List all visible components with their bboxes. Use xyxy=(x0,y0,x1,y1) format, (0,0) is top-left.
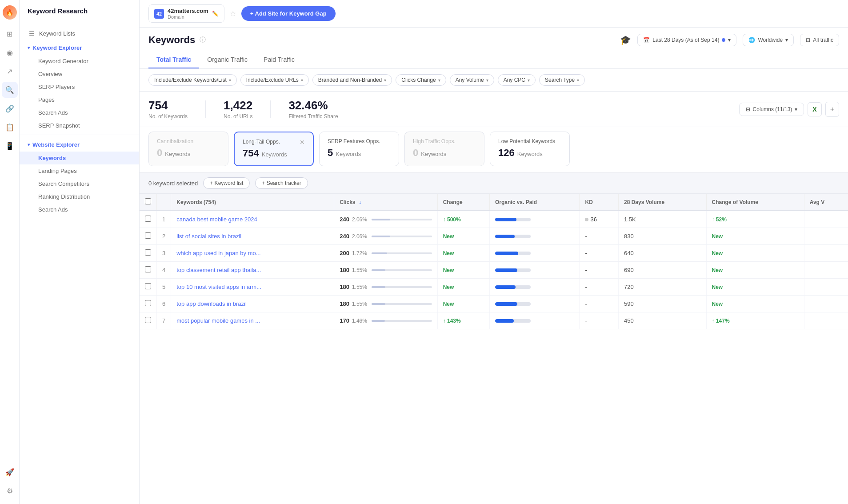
keyword-link[interactable]: which app used in japan by mo... xyxy=(176,250,260,256)
opp-card-title: Low Potential Keywords xyxy=(498,138,561,144)
filter-any-cpc[interactable]: Any CPC ▾ xyxy=(498,74,536,86)
row-checkbox[interactable] xyxy=(145,266,151,272)
excel-export-button[interactable]: X xyxy=(808,102,821,116)
pct-text: 1.55% xyxy=(352,284,369,290)
filter-clicks-change[interactable]: Clicks Change ▾ xyxy=(396,74,446,86)
favorite-icon[interactable]: ☆ xyxy=(230,9,236,18)
td-checkbox[interactable] xyxy=(140,211,157,228)
nav-icon-grid[interactable]: ⊞ xyxy=(2,26,18,42)
td-checkbox[interactable] xyxy=(140,262,157,279)
domain-badge[interactable]: 42 42matters.com Domain ✏️ xyxy=(148,4,224,23)
sidebar-group-label: Keyword Explorer xyxy=(32,44,82,51)
opp-card-high-traffic[interactable]: High Traffic Opps. 0 Keywords xyxy=(404,132,484,166)
row-checkbox[interactable] xyxy=(145,249,151,256)
sidebar-item-landing-pages[interactable]: Landing Pages xyxy=(20,164,139,177)
tab-total-traffic[interactable]: Total Traffic xyxy=(148,52,199,68)
td-organic-paid xyxy=(490,279,580,296)
filter-search-type[interactable]: Search Type ▾ xyxy=(539,74,585,86)
sidebar-item-search-ads[interactable]: Search Ads xyxy=(20,106,139,119)
th-clicks[interactable]: Clicks ↓ xyxy=(334,194,437,211)
pct-bar-fill xyxy=(372,252,387,254)
tab-organic-traffic[interactable]: Organic Traffic xyxy=(199,52,256,68)
stat-urls-value: 1,422 xyxy=(224,99,252,112)
opp-card-cannibalization[interactable]: Cannibalization 0 Keywords xyxy=(148,132,228,166)
sidebar-item-pages[interactable]: Pages xyxy=(20,93,139,106)
sidebar-item-search-competitors[interactable]: Search Competitors xyxy=(20,177,139,190)
opp-card-low-potential[interactable]: Low Potential Keywords 126 Keywords xyxy=(490,132,570,166)
columns-label: Columns (11/13) xyxy=(753,106,792,112)
td-checkbox[interactable] xyxy=(140,296,157,312)
add-column-button[interactable]: + xyxy=(825,102,839,117)
row-checkbox[interactable] xyxy=(145,283,151,289)
sidebar-item-keywords[interactable]: Keywords xyxy=(20,152,139,164)
globe-icon: 🌐 xyxy=(748,37,755,43)
close-icon[interactable]: ✕ xyxy=(300,139,305,146)
th-keywords[interactable]: Keywords (754) xyxy=(171,194,334,211)
th-select-all[interactable] xyxy=(140,194,157,211)
td-checkbox[interactable] xyxy=(140,312,157,329)
nav-icon-settings[interactable]: ⚙ xyxy=(2,483,18,499)
clicks-value: 240 xyxy=(340,233,349,240)
select-all-checkbox[interactable] xyxy=(145,198,151,204)
nav-icon-keyword[interactable]: 🔍 xyxy=(2,82,18,98)
nav-icon-link[interactable]: 🔗 xyxy=(2,100,18,116)
th-kd[interactable]: KD xyxy=(580,194,619,211)
keyword-link[interactable]: top 10 most visited apps in arm... xyxy=(176,284,261,290)
row-checkbox[interactable] xyxy=(145,300,151,306)
add-site-button[interactable]: + Add Site for Keyword Gap xyxy=(241,6,336,21)
keyword-link[interactable]: most popular mobile games in ... xyxy=(176,317,260,324)
keyword-link[interactable]: top app downloads in brazil xyxy=(176,300,247,307)
th-28-days-volume[interactable]: 28 Days Volume xyxy=(619,194,707,211)
sidebar-item-serp-players[interactable]: SERP Players xyxy=(20,80,139,93)
th-avg-v[interactable]: Avg V xyxy=(804,194,848,211)
keyword-lists-icon: ☰ xyxy=(28,29,36,37)
opp-card-long-tail[interactable]: Long-Tail Opps. ✕ 754 Keywords xyxy=(234,132,314,166)
stat-divider-1 xyxy=(205,100,206,118)
sidebar-item-serp-snapshot[interactable]: SERP Snapshot xyxy=(20,119,139,132)
columns-button[interactable]: ⊟ Columns (11/13) ▾ xyxy=(739,103,804,116)
sidebar-item-ranking-distribution[interactable]: Ranking Distribution xyxy=(20,190,139,203)
nav-icon-chart[interactable]: ↗ xyxy=(2,63,18,79)
keywords-table-container: Keywords (754) Clicks ↓ Change Organic v… xyxy=(140,194,848,504)
sidebar-group-website-explorer[interactable]: ▾ Website Explorer xyxy=(20,138,139,152)
td-checkbox[interactable] xyxy=(140,279,157,296)
row-checkbox[interactable] xyxy=(145,232,151,239)
th-change-of-volume[interactable]: Change of Volume xyxy=(706,194,804,211)
filter-urls[interactable]: Include/Exclude URLs ▾ xyxy=(240,74,309,86)
nav-icon-mobile[interactable]: 📱 xyxy=(2,138,18,154)
keyword-list-button[interactable]: + Keyword list xyxy=(203,177,250,189)
sidebar-item-keyword-generator[interactable]: Keyword Generator xyxy=(20,55,139,68)
row-checkbox[interactable] xyxy=(145,317,151,323)
edit-icon[interactable]: ✏️ xyxy=(212,11,219,17)
sidebar-item-keyword-lists[interactable]: ☰ Keyword Lists xyxy=(20,26,139,41)
organic-paid-bar-fill xyxy=(495,235,515,238)
sidebar-group-keyword-explorer[interactable]: ▾ Keyword Explorer xyxy=(20,41,139,55)
page-title-row: Keywords ⓘ 🎓 📅 Last 28 Days (As of Sep 1… xyxy=(148,34,839,46)
nav-icon-compass[interactable]: ◉ xyxy=(2,44,18,60)
nav-icon-rocket[interactable]: 🚀 xyxy=(2,464,18,480)
sidebar-item-search-ads-we[interactable]: Search Ads xyxy=(20,203,139,216)
opp-value-num: 754 xyxy=(243,148,259,159)
chevron-icon: ▾ xyxy=(229,78,231,83)
date-filter-btn[interactable]: 📅 Last 28 Days (As of Sep 14) ▾ xyxy=(637,34,736,46)
filter-branded[interactable]: Branded and Non-Branded ▾ xyxy=(312,74,392,86)
td-checkbox[interactable] xyxy=(140,228,157,245)
info-icon[interactable]: ⓘ xyxy=(200,36,206,44)
filter-keywords-list[interactable]: Include/Exclude Keywords/List ▾ xyxy=(148,74,237,86)
filter-any-volume[interactable]: Any Volume ▾ xyxy=(450,74,494,86)
th-organic-vs-paid[interactable]: Organic vs. Paid xyxy=(490,194,580,211)
geo-filter-btn[interactable]: 🌐 Worldwide ▾ xyxy=(743,34,794,46)
keyword-link[interactable]: top classement retail app thaila... xyxy=(176,267,261,273)
nav-icon-report[interactable]: 📋 xyxy=(2,119,18,135)
traffic-filter-btn[interactable]: ⊡ All traffic xyxy=(800,34,839,46)
th-change[interactable]: Change xyxy=(437,194,489,211)
vol-change-value: New xyxy=(712,284,723,290)
keyword-link[interactable]: list of social sites in brazil xyxy=(176,233,241,240)
search-tracker-button[interactable]: + Search tracker xyxy=(255,177,308,189)
opp-card-serp-features[interactable]: SERP Features Opps. 5 Keywords xyxy=(319,132,399,166)
tab-paid-traffic[interactable]: Paid Traffic xyxy=(256,52,303,68)
row-checkbox[interactable] xyxy=(145,216,151,222)
keyword-link[interactable]: canada best mobile game 2024 xyxy=(176,216,257,223)
td-checkbox[interactable] xyxy=(140,245,157,262)
sidebar-item-overview[interactable]: Overview xyxy=(20,68,139,80)
